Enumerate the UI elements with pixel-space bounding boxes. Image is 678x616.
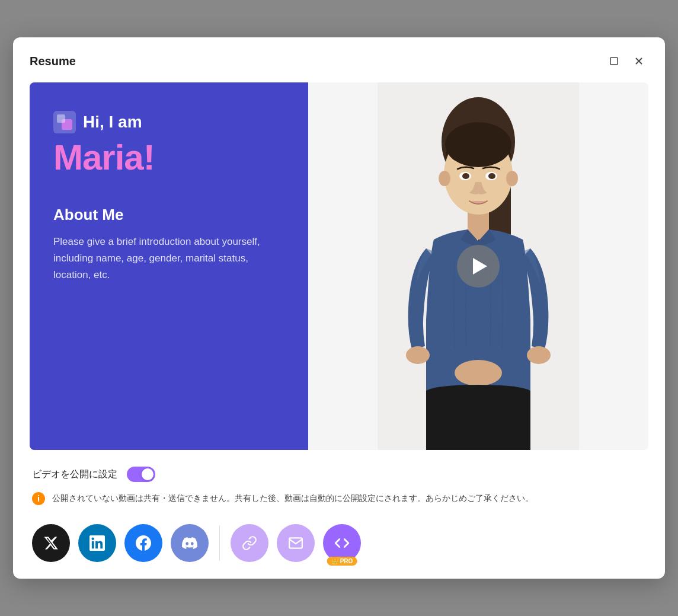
svg-point-14 [488,173,495,179]
facebook-button[interactable] [124,524,162,562]
play-icon [473,258,487,275]
svg-point-15 [406,346,430,364]
info-text: 公開されていない動画は共有・送信できません。共有した後、動画は自動的に公開設定に… [52,491,533,505]
toggle-knob [142,468,153,480]
discord-button[interactable] [171,524,209,562]
linkedin-button[interactable] [78,524,116,562]
toggle-label: ビデオを公開に設定 [32,468,117,481]
close-button[interactable] [629,52,648,71]
svg-point-13 [462,173,469,179]
embed-code-button[interactable]: 👑 PRO [323,524,361,562]
link-button[interactable] [231,524,268,562]
resume-modal: Resume [13,37,665,579]
info-row: i 公開されていない動画は共有・送信できません。共有した後、動画は自動的に公開設… [32,491,646,505]
twitter-button[interactable] [32,524,70,562]
slide-description: Please give a brief introduction about y… [53,234,284,283]
social-row: 👑 PRO [32,524,646,562]
email-button[interactable] [277,524,315,562]
toggle-row: ビデオを公開に設定 [32,467,646,482]
pro-label: PRO [340,558,353,564]
svg-point-16 [527,346,551,364]
modal-title: Resume [30,55,76,68]
visibility-toggle[interactable] [127,467,155,482]
slide-name: Maria! [53,138,284,177]
info-icon: i [32,492,45,505]
modal-header-actions [605,52,648,71]
svg-point-17 [455,360,502,386]
slide-greeting-text: Hi, I am [83,113,142,132]
settings-area: ビデオを公開に設定 i 公開されていない動画は共有・送信できません。共有した後、… [30,467,648,562]
svg-point-10 [506,171,518,186]
slide-greeting-row: Hi, I am [53,111,284,133]
slide-panel: Hi, I am Maria! About Me Please give a b… [30,82,308,450]
slide-section-title: About Me [53,206,284,224]
avatar-panel [308,82,648,450]
pro-crown-icon: 👑 [331,558,338,564]
video-area: Hi, I am Maria! About Me Please give a b… [30,82,648,450]
slide-icon [53,111,76,133]
maximize-button[interactable] [605,52,623,71]
svg-rect-0 [610,58,618,65]
play-button[interactable] [457,245,500,288]
pro-badge: 👑 PRO [327,557,357,566]
social-divider [219,525,220,561]
modal-header: Resume [30,52,648,71]
svg-point-9 [439,171,450,186]
